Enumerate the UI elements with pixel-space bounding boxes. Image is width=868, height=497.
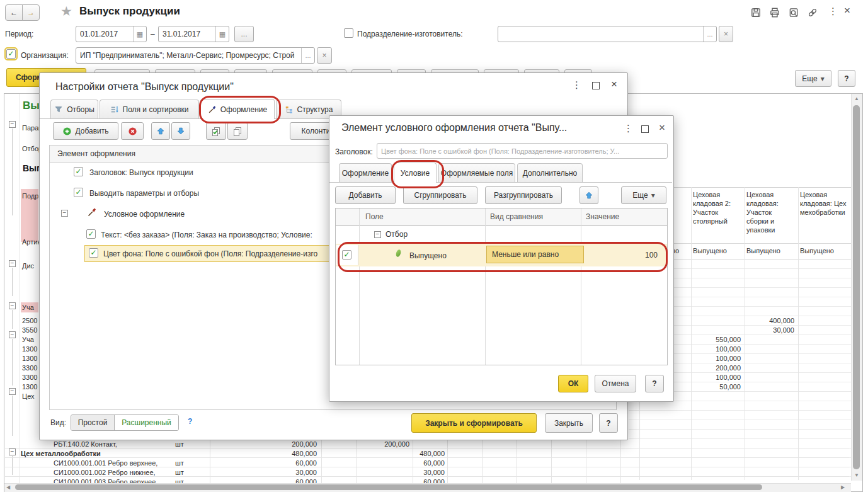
org-checkbox[interactable]: ✓ <box>6 49 16 59</box>
close-and-generate-button[interactable]: Закрыть и сформировать <box>411 413 537 433</box>
column-header-value[interactable]: Значение <box>586 212 619 222</box>
dialog-maximize-icon[interactable] <box>592 82 600 89</box>
dialog-close-icon[interactable]: × <box>659 123 665 133</box>
check-icon: ✓ <box>88 229 94 238</box>
tab-fields-sorting[interactable]: Поля и сортировки <box>100 100 199 118</box>
condition-checkbox[interactable]: ✓ <box>342 250 351 260</box>
cancel-button[interactable]: Отмена <box>595 375 636 392</box>
menu-kebab-icon[interactable]: ⋮ <box>828 6 838 16</box>
forward-button[interactable]: → <box>22 4 40 21</box>
period-from-input[interactable]: 01.01.2017 ▦ <box>76 26 147 42</box>
save-icon[interactable] <box>750 7 762 18</box>
condition-more-button[interactable]: Еще▾ <box>621 186 666 204</box>
back-button[interactable]: ← <box>5 4 23 21</box>
tab-formatted-fields[interactable]: Оформляемые поля <box>438 163 515 182</box>
report-more-button[interactable]: Еще▾ <box>795 70 831 87</box>
vertical-scroll-thumb[interactable] <box>853 105 860 469</box>
tree-collapse-icon[interactable]: − <box>9 331 16 338</box>
tree-collapse-icon[interactable]: − <box>9 448 16 455</box>
link-icon[interactable] <box>807 7 818 18</box>
dialog-menu-icon[interactable]: ⋮ <box>572 80 581 90</box>
favorite-star-icon[interactable]: ★ <box>60 4 72 19</box>
column-header-comparison[interactable]: Вид сравнения <box>490 212 543 222</box>
dialog-menu-icon[interactable]: ⋮ <box>624 123 633 134</box>
period-dash: – <box>151 29 155 39</box>
dots-icon[interactable]: ... <box>703 26 716 42</box>
ungroup-button[interactable]: Разгруппировать <box>485 186 562 204</box>
settings-help-button[interactable]: ? <box>599 413 618 433</box>
division-input[interactable]: ... <box>498 26 717 42</box>
condition-add-button[interactable]: Добавить <box>335 186 396 204</box>
column-header-field[interactable]: Поле <box>365 212 384 222</box>
tab-label: Отборы <box>67 105 94 114</box>
ok-button[interactable]: ОК <box>558 375 588 392</box>
dialog-maximize-icon[interactable] <box>641 125 649 133</box>
tree-collapse-icon[interactable]: − <box>9 260 16 267</box>
item-checkbox[interactable]: ✓ <box>74 188 83 197</box>
horizontal-scroll-thumb[interactable] <box>15 484 762 490</box>
period-to-input[interactable]: 31.01.2017 ▦ <box>158 26 229 42</box>
element-help-button[interactable]: ? <box>645 375 664 392</box>
group-label: Сгруппировать <box>414 191 466 200</box>
tab-appearance[interactable]: Оформление <box>200 99 275 119</box>
calendar-icon[interactable]: ▦ <box>133 26 146 42</box>
condition-value[interactable]: 100 <box>595 251 658 260</box>
uncheck-all-button[interactable] <box>227 122 248 140</box>
tab-appearance-format[interactable]: Оформление <box>339 163 392 182</box>
scroll-right-icon[interactable]: ▶ <box>841 484 845 491</box>
tab-label: Оформление <box>342 169 389 178</box>
list-collapse-icon[interactable]: − <box>61 210 68 217</box>
period-options-button[interactable]: ... <box>234 26 254 42</box>
appearance-item[interactable]: Заголовок: Выпуск продукции <box>89 168 193 178</box>
close-label: Закрыть <box>554 419 583 428</box>
print-icon[interactable] <box>769 7 780 18</box>
dialog-close-icon[interactable]: × <box>611 79 617 89</box>
row-qty: 30,000 <box>386 468 445 477</box>
org-input[interactable]: ИП "Предприниматель"; Металл-Сервис; Про… <box>76 47 315 64</box>
tree-collapse-icon[interactable]: − <box>9 388 16 395</box>
condition-move-up-button[interactable] <box>580 186 598 204</box>
add-element-button[interactable]: Добавить <box>53 122 118 140</box>
tab-filters[interactable]: Отборы <box>50 100 98 118</box>
division-clear-button[interactable]: × <box>719 26 733 42</box>
tab-additional[interactable]: Дополнительно <box>517 163 583 182</box>
filter-collapse-icon[interactable]: − <box>374 231 381 238</box>
check-all-button[interactable] <box>206 122 226 140</box>
dots-icon[interactable]: ... <box>301 48 314 63</box>
scroll-left-icon[interactable]: ◀ <box>6 484 10 491</box>
preview-icon[interactable] <box>788 7 799 18</box>
scroll-down-icon[interactable]: ▼ <box>854 472 859 479</box>
org-clear-button[interactable]: × <box>317 47 332 64</box>
view-help-link[interactable]: ? <box>188 417 192 426</box>
tab-condition[interactable]: Условие <box>394 163 437 183</box>
item-checkbox[interactable]: ✓ <box>89 248 98 258</box>
appearance-item[interactable]: Условное оформление <box>104 209 185 219</box>
tree-collapse-icon[interactable]: − <box>9 302 16 309</box>
caption-input[interactable]: Цвет фона: Поле с ошибкой фон (Поля: Под… <box>377 143 668 159</box>
grid-line <box>321 439 322 483</box>
move-up-button[interactable] <box>151 122 170 140</box>
scroll-up-icon[interactable]: ▲ <box>854 96 859 102</box>
move-down-button[interactable] <box>171 122 190 140</box>
appearance-item[interactable]: Выводить параметры и отборы <box>89 188 199 198</box>
close-button[interactable]: Закрыть <box>545 413 593 433</box>
delete-element-button[interactable] <box>121 122 144 140</box>
calendar-icon[interactable]: ▦ <box>215 26 229 42</box>
report-help-button[interactable]: ? <box>838 70 855 87</box>
tree-collapse-icon[interactable]: − <box>9 121 16 128</box>
window-close-icon[interactable]: × <box>844 6 850 16</box>
view-simple-option[interactable]: Простой <box>71 415 115 430</box>
close-generate-label: Закрыть и сформировать <box>425 419 523 428</box>
row-name: СИ1000.001.001 Ребро верхнее, <box>54 459 157 468</box>
condition-comparison-cell[interactable]: Меньше или равно <box>486 246 584 263</box>
group-button[interactable]: Сгруппировать <box>403 186 477 204</box>
row-qty: 60,000 <box>386 459 445 468</box>
item-checkbox[interactable]: ✓ <box>86 229 96 239</box>
division-checkbox[interactable] <box>344 28 353 38</box>
cell-value: 200,000 <box>692 363 741 373</box>
condition-field[interactable]: Выпущено <box>409 251 447 261</box>
cell-value: 100,000 <box>692 345 741 354</box>
view-extended-option[interactable]: Расширенный <box>115 415 178 430</box>
item-checkbox[interactable]: ✓ <box>74 167 83 176</box>
measure-header: Выпущено <box>746 246 780 256</box>
